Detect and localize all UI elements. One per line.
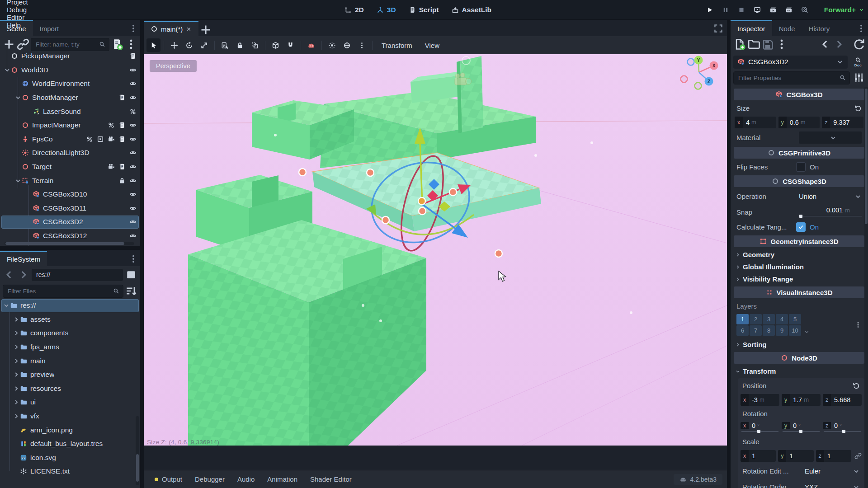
group-sorting[interactable]: Sorting (734, 338, 864, 351)
file-item-components[interactable]: components (0, 326, 140, 340)
field-y[interactable]: y0.6m (778, 117, 820, 128)
scene-node-DirectionalLight3D[interactable]: DirectionalLight3D (0, 146, 140, 160)
file-item-arm_icon.png[interactable]: arm_icon.png (0, 423, 140, 437)
percent-badge-icon[interactable] (86, 136, 93, 143)
script-badge-icon[interactable] (118, 136, 126, 143)
collapse-icon[interactable] (14, 177, 22, 184)
tab-history[interactable]: History (802, 20, 837, 36)
script-badge-icon[interactable] (118, 163, 126, 170)
layer-8[interactable]: 8 (763, 325, 775, 336)
remote-debug-button[interactable] (751, 4, 763, 16)
local-space-toggle[interactable] (269, 38, 283, 52)
bottom-tab-debugger[interactable]: Debugger (189, 475, 231, 483)
load-resource-icon[interactable] (747, 38, 760, 51)
menu-editor[interactable]: Editor (0, 14, 35, 21)
expand-icon[interactable] (13, 385, 20, 392)
instance-badge-icon[interactable] (97, 136, 104, 143)
lock-tool[interactable] (233, 38, 247, 52)
scene-node-World3D[interactable]: World3D (0, 63, 140, 77)
checkbox[interactable] (796, 162, 806, 172)
expand-icon[interactable] (13, 399, 20, 406)
scene-node-ImpactManager[interactable]: ImpactManager (0, 118, 140, 132)
field-x[interactable]: x4m (735, 117, 776, 128)
collapse-icon[interactable] (14, 94, 22, 101)
new-resource-icon[interactable] (733, 38, 746, 51)
rotate-tool[interactable] (182, 38, 196, 52)
eye-badge-icon[interactable] (129, 94, 137, 101)
scene-node-Terrain[interactable]: Terrain (0, 174, 140, 188)
movie-maker-button[interactable] (798, 4, 811, 16)
percent-badge-icon[interactable] (129, 108, 137, 115)
camera-badge-icon[interactable] (108, 163, 115, 170)
eye-badge-icon[interactable] (129, 177, 137, 184)
workspace-2d[interactable]: 2D (340, 4, 368, 16)
expand-icon[interactable] (13, 413, 20, 420)
dock-options-icon[interactable] (856, 23, 866, 33)
layer-4[interactable]: 4 (776, 314, 788, 324)
snap-toggle[interactable] (283, 38, 297, 52)
scene-node-Target[interactable]: Target (0, 160, 140, 174)
camera-badge-icon[interactable] (108, 136, 115, 143)
group-global-illumination[interactable]: Global Illumination (734, 261, 864, 273)
expand-viewport-icon[interactable] (713, 23, 723, 33)
script-badge-icon[interactable] (118, 122, 126, 129)
eye-badge-icon[interactable] (129, 122, 137, 129)
link-scale-icon[interactable] (854, 452, 862, 460)
bottom-tab-shader-editor[interactable]: Shader Editor (304, 475, 358, 483)
projection-menu[interactable]: Perspective (150, 60, 197, 72)
scene-node-CSGBox3D11[interactable]: CSGBox3D11 (0, 202, 140, 216)
current-path[interactable]: res:// (32, 269, 123, 281)
group-transform[interactable]: Transform (734, 365, 864, 377)
eye-badge-icon[interactable] (129, 191, 137, 198)
file-item-default_bus_layout.tres[interactable]: default_bus_layout.tres (0, 437, 140, 451)
group-geometry[interactable]: Geometry (734, 249, 864, 261)
dropdown-material[interactable] (799, 131, 862, 144)
file-item-vfx[interactable]: vfx (0, 409, 140, 423)
list-select-tool[interactable] (218, 38, 232, 52)
viewport-menu-transform[interactable]: Transform (376, 42, 418, 49)
add-node-button[interactable] (3, 38, 15, 51)
file-item-resources[interactable]: resources (0, 382, 140, 396)
group-tool[interactable] (248, 38, 262, 52)
file-item-LICENSE.txt[interactable]: LICENSE.txt (0, 465, 140, 479)
eye-badge-icon[interactable] (129, 232, 137, 239)
field-z[interactable]: z9.337 (822, 117, 863, 128)
eye-badge-icon[interactable] (129, 80, 137, 87)
move-tool[interactable] (167, 38, 181, 52)
attach-script-button[interactable] (111, 38, 123, 51)
new-scene-tab-button[interactable] (199, 23, 212, 36)
scene-filter-input[interactable] (35, 41, 96, 48)
eye-badge-icon[interactable] (129, 149, 137, 156)
layer-10[interactable]: 10 (789, 325, 801, 336)
expand-icon[interactable] (13, 316, 20, 323)
pause-button[interactable] (719, 4, 731, 16)
dropdown-rotation-order[interactable]: YXZ (805, 481, 860, 488)
dropdown-operation[interactable]: Union (799, 190, 862, 202)
field-x[interactable]: x0° (741, 422, 779, 433)
workspace-script[interactable]: Script (404, 4, 443, 16)
viewport-canvas[interactable]: YXZ (144, 54, 727, 446)
layer-7[interactable]: 7 (750, 325, 762, 336)
eye-badge-icon[interactable] (129, 66, 137, 74)
preview-environment[interactable] (340, 38, 354, 52)
menu-project[interactable]: Project (0, 0, 35, 6)
instance-scene-button[interactable] (17, 38, 29, 51)
workspace-3d[interactable]: 3D (372, 4, 401, 16)
expand-icon[interactable] (13, 357, 20, 365)
play-custom-scene-button[interactable] (783, 4, 795, 16)
camera-override[interactable] (304, 38, 318, 52)
play-button[interactable] (703, 4, 716, 16)
tab-import[interactable]: Import (33, 20, 66, 36)
lock-badge-icon[interactable] (118, 177, 126, 184)
expand-icon[interactable] (13, 329, 20, 337)
scene-node-WorldEnvironment[interactable]: WorldEnvironment (0, 77, 140, 91)
expand-icon[interactable] (13, 371, 20, 378)
field-x[interactable]: x1 (741, 450, 776, 462)
scene-node-FpsCo[interactable]: FpsCo (0, 132, 140, 146)
open-docs-button[interactable]: Doc (851, 57, 865, 67)
dock-options-icon[interactable] (128, 23, 138, 33)
scene-node-CSGBox3D2[interactable]: CSGBox3D2 (0, 215, 140, 229)
menu-debug[interactable]: Debug (0, 6, 35, 14)
scene-node-PickupManager[interactable]: PickupManager (0, 49, 140, 63)
scene-node-CSGBox3D12[interactable]: CSGBox3D12 (0, 229, 140, 243)
